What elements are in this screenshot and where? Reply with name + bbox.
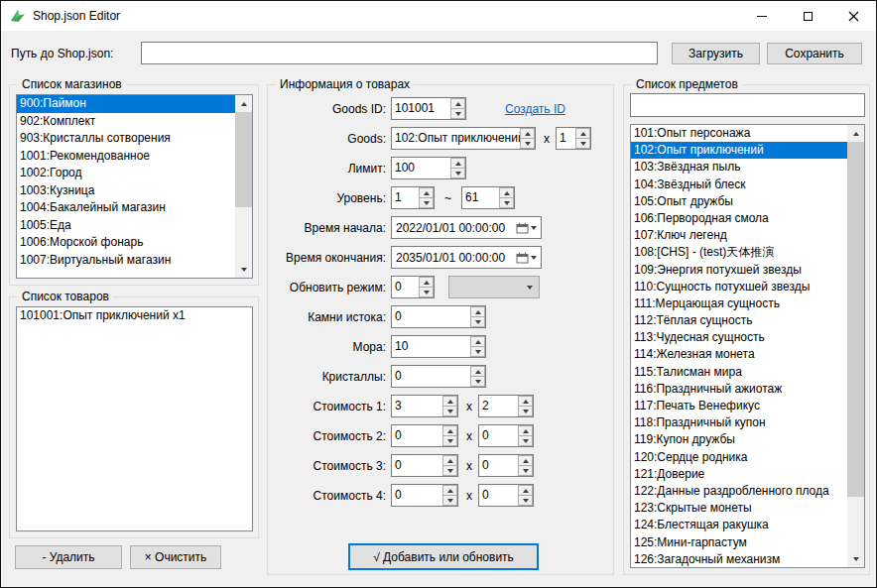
list-item[interactable]: 900:Паймон — [17, 95, 235, 113]
items-search-input[interactable] — [630, 93, 865, 117]
begin-time-picker[interactable]: 2022/01/01 00:00:00 — [391, 216, 542, 239]
spin-up-button[interactable] — [419, 277, 434, 288]
cost3-spinner[interactable]: 0 — [391, 454, 458, 477]
crystals-spinner[interactable]: 0 — [391, 365, 486, 388]
goods-id-spinner[interactable]: 101001 — [391, 97, 466, 120]
spin-up-button[interactable] — [518, 425, 533, 436]
spin-down-button[interactable] — [450, 109, 465, 119]
list-item[interactable]: 113:Чудесная сущность — [631, 329, 847, 346]
spin-down-button[interactable] — [499, 198, 514, 208]
refresh-mode-combobox[interactable] — [448, 276, 540, 298]
spin-down-button[interactable] — [518, 407, 533, 416]
begin-time-dropdown-button[interactable] — [511, 217, 541, 238]
spin-up-button[interactable] — [442, 455, 457, 466]
maximize-button[interactable] — [785, 1, 830, 31]
spin-up-button[interactable] — [450, 98, 465, 109]
spin-up-button[interactable] — [470, 366, 485, 377]
list-item[interactable]: 125:Мини-гарпастум — [631, 534, 847, 551]
spin-up-button[interactable] — [520, 128, 535, 139]
cost3-count-spinner[interactable]: 0 — [478, 454, 534, 477]
list-item[interactable]: 124:Блестящая ракушка — [631, 517, 847, 533]
scroll-down-button[interactable] — [847, 550, 864, 567]
path-input[interactable] — [141, 42, 658, 64]
list-item[interactable]: 115:Талисман мира — [631, 364, 847, 381]
scroll-up-button[interactable] — [235, 95, 252, 112]
list-item[interactable]: 902:Комплект — [17, 113, 235, 131]
spin-down-button[interactable] — [442, 436, 457, 446]
list-item[interactable]: 116:Праздничный ажиотаж — [631, 381, 847, 398]
spin-up-button[interactable] — [442, 425, 457, 436]
save-button[interactable]: Сохранить — [767, 43, 862, 64]
list-item[interactable]: 117:Печать Венефикус — [631, 398, 847, 414]
list-item[interactable]: 107:Ключ легенд — [631, 227, 847, 244]
spin-up-button[interactable] — [470, 336, 485, 347]
spin-up-button[interactable] — [419, 187, 434, 198]
list-item[interactable]: 1003:Кузница — [17, 182, 235, 200]
end-time-dropdown-button[interactable] — [511, 247, 541, 268]
primogems-spinner[interactable]: 0 — [391, 305, 486, 328]
level-min-spinner[interactable]: 1 — [391, 186, 435, 209]
limit-spinner[interactable]: 100 — [391, 157, 466, 179]
list-item[interactable]: 101001:Опыт приключений x1 — [17, 307, 252, 324]
list-item[interactable]: 123:Скрытые монеты — [631, 500, 847, 517]
scroll-thumb[interactable] — [235, 112, 252, 207]
minimize-button[interactable] — [739, 1, 785, 31]
spin-down-button[interactable] — [518, 466, 533, 476]
scroll-thumb[interactable] — [847, 142, 864, 497]
list-item[interactable]: 903:Кристаллы сотворения — [17, 130, 235, 148]
scroll-down-button[interactable] — [235, 261, 252, 278]
list-item[interactable]: 121:Доверие — [631, 466, 847, 483]
spin-down-button[interactable] — [470, 347, 485, 357]
spin-up-button[interactable] — [442, 485, 457, 496]
list-item[interactable]: 119:Купон дружбы — [631, 431, 847, 448]
cost1-spinner[interactable]: 3 — [391, 395, 458, 417]
spin-down-button[interactable] — [419, 288, 434, 297]
list-item[interactable]: 1005:Еда — [17, 217, 235, 235]
spin-down-button[interactable] — [419, 198, 434, 208]
mora-spinner[interactable]: 10 — [391, 335, 486, 358]
scroll-track[interactable] — [235, 112, 252, 261]
items-scrollbar[interactable] — [847, 125, 864, 567]
spin-up-button[interactable] — [442, 396, 457, 407]
goods-spinner[interactable]: 102:Опыт приключений — [391, 127, 536, 150]
spin-up-button[interactable] — [575, 128, 590, 139]
cost1-count-spinner[interactable]: 2 — [478, 395, 534, 417]
list-item[interactable]: 102:Опыт приключений — [631, 142, 847, 159]
list-item[interactable]: 120:Сердце родника — [631, 449, 847, 466]
spin-down-button[interactable] — [470, 317, 485, 327]
spin-up-button[interactable] — [470, 306, 485, 317]
list-item[interactable]: 1006:Морской фонарь — [17, 234, 235, 252]
cost2-count-spinner[interactable]: 0 — [478, 424, 534, 447]
clear-button[interactable]: × Очистить — [130, 545, 221, 569]
cost4-spinner[interactable]: 0 — [391, 484, 458, 507]
spin-up-button[interactable] — [450, 158, 465, 169]
scroll-up-button[interactable] — [847, 125, 864, 142]
spin-down-button[interactable] — [442, 466, 457, 476]
close-button[interactable] — [830, 1, 876, 31]
list-item[interactable]: 105:Опыт дружбы — [631, 193, 847, 210]
level-max-spinner[interactable]: 61 — [461, 186, 515, 209]
spin-up-button[interactable] — [518, 485, 533, 496]
list-item[interactable]: 122:Данные раздробленного плода — [631, 483, 847, 500]
list-item[interactable]: 110:Сущность потухшей звезды — [631, 279, 847, 295]
list-item[interactable]: 108:[CHS] - (test)天体推演 — [631, 244, 847, 261]
list-item[interactable]: 106:Первородная смола — [631, 210, 847, 227]
list-item[interactable]: 1004:Бакалейный магазин — [17, 199, 235, 217]
list-item[interactable]: 114:Железная монета — [631, 346, 847, 363]
spin-down-button[interactable] — [442, 407, 457, 416]
list-item[interactable]: 1002:Город — [17, 165, 235, 182]
spin-up-button[interactable] — [518, 396, 533, 407]
spin-down-button[interactable] — [518, 436, 533, 446]
add-or-update-button[interactable]: √ Добавить или обновить — [348, 543, 539, 570]
list-item[interactable]: 103:Звёздная пыль — [631, 159, 847, 176]
spin-down-button[interactable] — [520, 139, 535, 149]
list-item[interactable]: 112:Тёплая сущность — [631, 312, 847, 329]
list-item[interactable]: 126:Загадочный механизм — [631, 551, 847, 568]
spin-up-button[interactable] — [518, 455, 533, 466]
shops-scrollbar[interactable] — [235, 95, 252, 278]
refresh-mode-combo-button[interactable] — [521, 286, 539, 290]
create-id-link[interactable]: Создать ID — [505, 102, 565, 116]
spin-down-button[interactable] — [575, 139, 590, 149]
cost4-count-spinner[interactable]: 0 — [478, 484, 534, 507]
list-item[interactable]: 111:Мерцающая сущность — [631, 295, 847, 312]
